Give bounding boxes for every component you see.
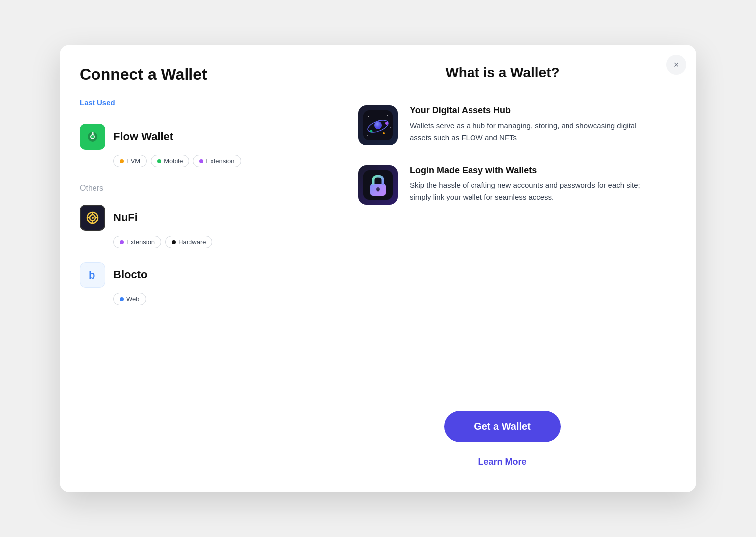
assets-heading: Your Digital Assets Hub <box>410 105 647 116</box>
mobile-dot <box>157 159 161 163</box>
others-label: Others <box>80 184 288 193</box>
tag-extension-nufi: Extension <box>113 236 161 248</box>
assets-description: Wallets serve as a hub for managing, sto… <box>410 120 647 144</box>
blocto-wallet-name: Blocto <box>113 268 147 281</box>
tag-evm: EVM <box>113 155 147 167</box>
nufi-wallet-tags: Extension Hardware <box>113 236 288 248</box>
hardware-dot <box>172 240 176 244</box>
galaxy-icon <box>358 105 398 145</box>
extension-label-nufi: Extension <box>126 238 155 246</box>
right-panel: What is a Wallet? <box>308 45 696 492</box>
info-section-assets: Your Digital Assets Hub Wallets serve as… <box>358 105 647 145</box>
tag-extension-flow: Extension <box>193 155 241 167</box>
blocto-wallet-tags: Web <box>113 293 288 305</box>
wallet-item-flow[interactable]: Flow Wallet EVM Mobile Extension <box>80 117 288 174</box>
svg-rect-4 <box>92 132 94 135</box>
login-description: Skip the hassle of crafting new accounts… <box>410 179 647 203</box>
wallet-header-nufi: NuFi <box>80 205 288 231</box>
tag-web: Web <box>113 293 146 305</box>
right-panel-title: What is a Wallet? <box>445 65 559 81</box>
wallet-header-blocto: b Blocto <box>80 262 288 288</box>
mobile-label: Mobile <box>164 157 183 165</box>
wallet-icon-flow <box>80 124 105 150</box>
flow-wallet-svg <box>84 128 101 146</box>
galaxy-svg <box>363 110 393 140</box>
svg-text:b: b <box>89 269 95 281</box>
wallet-icon-blocto: b <box>80 262 105 288</box>
evm-label: EVM <box>126 157 140 165</box>
svg-point-8 <box>92 217 94 219</box>
svg-rect-28 <box>378 189 379 192</box>
blocto-svg: b <box>84 266 101 284</box>
nufi-wallet-name: NuFi <box>113 211 138 224</box>
svg-point-20 <box>383 132 385 134</box>
extension-dot-flow <box>199 159 203 163</box>
extension-dot-nufi <box>120 240 124 244</box>
wallet-header-flow: Flow Wallet <box>80 124 288 150</box>
close-button[interactable]: × <box>666 55 686 75</box>
svg-point-19 <box>370 130 373 133</box>
left-panel: Connect a Wallet Last Used Flow Wallet <box>60 45 308 492</box>
login-heading: Login Made Easy with Wallets <box>410 165 647 176</box>
modal-title: Connect a Wallet <box>80 65 288 84</box>
hardware-label: Hardware <box>178 238 206 246</box>
flow-wallet-name: Flow Wallet <box>113 130 173 143</box>
connect-wallet-modal: × Connect a Wallet Last Used Flow Walle <box>60 45 696 492</box>
assets-text-block: Your Digital Assets Hub Wallets serve as… <box>410 105 647 144</box>
lock-icon <box>358 165 398 205</box>
wallet-item-blocto[interactable]: b Blocto Web <box>80 255 288 312</box>
svg-point-18 <box>385 122 388 125</box>
close-icon: × <box>674 60 679 70</box>
svg-point-3 <box>91 135 94 138</box>
wallet-icon-nufi <box>80 205 105 231</box>
login-text-block: Login Made Easy with Wallets Skip the ha… <box>410 165 647 203</box>
wallet-item-nufi[interactable]: NuFi Extension Hardware <box>80 198 288 255</box>
extension-label-flow: Extension <box>206 157 234 165</box>
info-section-login: Login Made Easy with Wallets Skip the ha… <box>358 165 647 205</box>
learn-more-button[interactable]: Learn More <box>468 452 536 472</box>
svg-point-23 <box>390 127 391 128</box>
tag-mobile: Mobile <box>151 155 189 167</box>
svg-point-24 <box>367 135 368 136</box>
tag-hardware: Hardware <box>165 236 212 248</box>
get-wallet-button[interactable]: Get a Wallet <box>444 411 561 442</box>
nufi-svg <box>84 209 101 227</box>
lock-svg <box>363 170 393 200</box>
svg-point-22 <box>387 115 388 116</box>
evm-dot <box>120 159 124 163</box>
svg-point-21 <box>368 116 369 117</box>
web-label: Web <box>126 295 140 303</box>
last-used-label: Last Used <box>80 98 288 107</box>
flow-wallet-tags: EVM Mobile Extension <box>113 155 288 167</box>
web-dot <box>120 297 124 301</box>
svg-point-17 <box>374 121 382 129</box>
